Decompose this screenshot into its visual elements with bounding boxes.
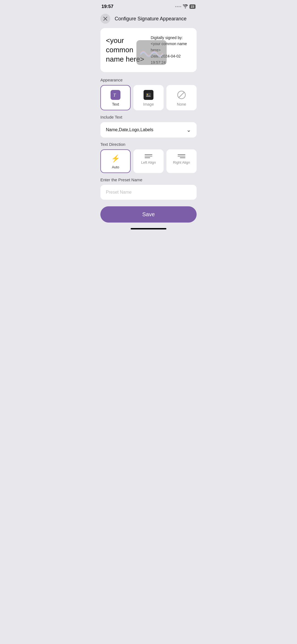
appearance-image-label: Image [143,102,154,106]
svg-text:T: T [113,93,116,97]
signature-preview-card: <your common name here> Digitally signed… [100,28,197,72]
header: Configure Signature Appearance [95,12,202,28]
direction-left-button[interactable]: Left Align [133,149,164,173]
include-text-dropdown[interactable]: Name,Date,Logo,Labels ⌄ [100,122,197,138]
include-text-label: Include Text [100,115,197,119]
right-align-icon [178,154,185,158]
status-bar: 19:57 23 [95,0,202,12]
close-button[interactable] [100,14,110,24]
home-indicator [131,228,166,229]
appearance-label: Appearance [100,78,197,82]
wifi-icon [183,4,188,9]
bolt-icon: ⚡ [111,154,120,163]
signature-wave-overlay [136,40,167,65]
status-icons: 23 [175,4,196,9]
signal-icon [175,6,181,7]
none-icon [177,90,186,100]
appearance-buttons-row: T Text Image None [100,85,197,110]
text-direction-label: Text Direction [100,142,197,147]
dropdown-arrow-icon: ⌄ [186,127,191,133]
preset-name-section: Enter the Preset Name [95,177,202,204]
appearance-section: Appearance T Text Image [95,78,202,115]
direction-right-button[interactable]: Right Align [166,149,197,173]
appearance-image-button[interactable]: Image [133,85,164,110]
appearance-text-label: Text [112,102,119,106]
direction-auto-label: Auto [112,165,119,169]
direction-auto-button[interactable]: ⚡ Auto [100,149,131,173]
svg-point-2 [147,94,148,95]
direction-buttons-row: ⚡ Auto Left Align Right Align [100,149,197,173]
include-text-section: Include Text Name,Date,Logo,Labels ⌄ [95,115,202,142]
direction-right-label: Right Align [173,160,190,165]
preset-name-label: Enter the Preset Name [100,177,197,182]
text-icon: T [111,90,120,100]
left-align-icon [145,154,152,158]
svg-line-4 [179,92,184,98]
status-time: 19:57 [101,4,113,9]
include-text-value: Name,Date,Logo,Labels [106,127,153,132]
save-button[interactable]: Save [100,206,197,223]
text-direction-section: Text Direction ⚡ Auto Left Align Right A… [95,142,202,177]
page-title: Configure Signature Appearance [115,16,186,22]
battery-icon: 23 [189,4,196,9]
direction-left-label: Left Align [141,160,156,165]
appearance-none-button[interactable]: None [166,85,197,110]
appearance-text-button[interactable]: T Text [100,85,131,110]
appearance-none-label: None [177,102,186,106]
image-icon [144,90,153,100]
preset-name-input[interactable] [100,185,197,200]
